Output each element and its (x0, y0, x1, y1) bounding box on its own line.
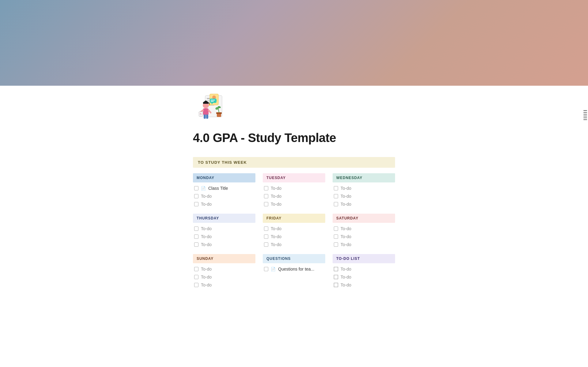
scrollbar-line (583, 119, 587, 120)
svg-rect-10 (203, 103, 209, 104)
task-text: To-do (271, 186, 281, 191)
task-text: To-do (201, 234, 212, 239)
checkbox[interactable] (334, 227, 338, 231)
checkbox[interactable] (194, 242, 198, 247)
day-block-thursday: THURSDAYTo-doTo-doTo-do (193, 214, 255, 249)
day-block-todo-list: TO-DO LISTTo-doTo-doTo-do (333, 254, 395, 290)
checkbox[interactable] (334, 186, 338, 190)
task-item[interactable]: To-do (193, 200, 255, 208)
checkbox[interactable] (264, 194, 268, 198)
checkbox[interactable] (194, 283, 198, 287)
day-block-friday: FRIDAYTo-doTo-doTo-do (263, 214, 325, 249)
scrollbar-line (583, 112, 587, 113)
checkbox[interactable] (264, 227, 268, 231)
task-text: To-do (201, 226, 212, 231)
day-header-wednesday: WEDNESDAY (333, 173, 395, 182)
checkbox[interactable] (194, 275, 198, 279)
day-header-thursday: THURSDAY (193, 214, 255, 223)
task-text: To-do (201, 267, 212, 272)
task-text: To-do (271, 242, 281, 247)
task-item[interactable]: To-do (193, 281, 255, 289)
page-icon: A+ (193, 89, 230, 126)
day-header-monday: MONDAY (193, 173, 255, 182)
svg-text:A+: A+ (200, 113, 202, 115)
svg-rect-23 (216, 112, 222, 114)
scrollbar-line (583, 114, 587, 114)
task-item[interactable]: To-do (333, 184, 395, 192)
scrollbar-line (583, 118, 587, 118)
task-item[interactable]: To-do (333, 281, 395, 289)
task-item[interactable]: To-do (333, 233, 395, 241)
scrollbar-line (583, 110, 587, 111)
task-item[interactable]: To-do (333, 273, 395, 281)
task-item[interactable]: To-do (193, 233, 255, 241)
task-item[interactable]: To-do (263, 184, 325, 192)
task-item[interactable]: To-do (333, 265, 395, 273)
task-item[interactable]: 📄Class Title (193, 184, 255, 192)
checkbox[interactable] (334, 194, 338, 198)
checkbox[interactable] (194, 186, 198, 190)
task-link-text[interactable]: Questions for tea... (278, 267, 314, 272)
svg-point-13 (209, 104, 210, 106)
day-block-monday: MONDAY📄Class TitleTo-doTo-do (193, 173, 255, 208)
checkbox[interactable] (334, 242, 338, 247)
scrollbar-track (585, 110, 586, 257)
task-item[interactable]: To-do (333, 241, 395, 249)
task-text: To-do (341, 202, 351, 207)
task-item[interactable]: To-do (333, 225, 395, 233)
task-text: To-do (271, 202, 281, 207)
task-item[interactable]: 📄Questions for tea... (263, 265, 325, 273)
checkbox[interactable] (334, 234, 338, 239)
checkbox[interactable] (264, 242, 268, 247)
task-text: To-do (271, 234, 281, 239)
task-item[interactable]: To-do (333, 192, 395, 200)
task-item[interactable]: To-do (263, 241, 325, 249)
checkbox[interactable] (194, 227, 198, 231)
task-text: To-do (341, 242, 351, 247)
task-link-text[interactable]: Class Title (208, 186, 228, 191)
page-title: 4.0 GPA - Study Template (193, 131, 395, 145)
checkbox[interactable] (194, 194, 198, 198)
task-item[interactable]: To-do (263, 200, 325, 208)
checkbox[interactable] (194, 202, 198, 206)
day-header-saturday: SATURDAY (333, 214, 395, 223)
week-grid: MONDAY📄Class TitleTo-doTo-doTUESDAYTo-do… (193, 173, 395, 290)
checkbox[interactable] (264, 186, 268, 190)
scrollbar-line (583, 116, 587, 116)
task-text: To-do (201, 202, 212, 207)
day-header-todo-list: TO-DO LIST (333, 254, 395, 263)
task-text: To-do (201, 275, 212, 279)
task-item[interactable]: To-do (193, 241, 255, 249)
svg-rect-30 (211, 101, 214, 102)
task-item[interactable]: To-do (333, 200, 395, 208)
task-text: To-do (341, 226, 351, 231)
day-block-questions: QUESTIONS📄Questions for tea... (263, 254, 325, 290)
day-header-questions: QUESTIONS (263, 254, 325, 263)
svg-rect-14 (203, 108, 209, 115)
task-text: To-do (341, 275, 351, 279)
task-item[interactable] (263, 282, 325, 290)
task-item[interactable]: To-do (193, 273, 255, 281)
task-item[interactable]: To-do (193, 192, 255, 200)
checkbox[interactable] (264, 202, 268, 206)
task-text: To-do (201, 283, 212, 287)
checkbox-square[interactable] (334, 267, 338, 271)
task-item[interactable]: To-do (263, 192, 325, 200)
task-text: To-do (341, 186, 351, 191)
task-text: To-do (201, 194, 212, 199)
checkbox[interactable] (194, 234, 198, 239)
task-item[interactable]: To-do (193, 225, 255, 233)
task-item[interactable]: To-do (263, 233, 325, 241)
day-header-friday: FRIDAY (263, 214, 325, 223)
checkbox[interactable] (334, 202, 338, 206)
day-block-wednesday: WEDNESDAYTo-doTo-doTo-do (333, 173, 395, 208)
task-text: To-do (271, 194, 281, 199)
checkbox[interactable] (264, 267, 268, 271)
task-item[interactable]: To-do (193, 265, 255, 273)
checkbox[interactable] (194, 267, 198, 271)
checkbox[interactable] (264, 234, 268, 239)
checkbox-square[interactable] (334, 275, 338, 279)
checkbox-square[interactable] (334, 283, 338, 287)
task-item[interactable]: To-do (263, 225, 325, 233)
task-item[interactable] (263, 273, 325, 282)
